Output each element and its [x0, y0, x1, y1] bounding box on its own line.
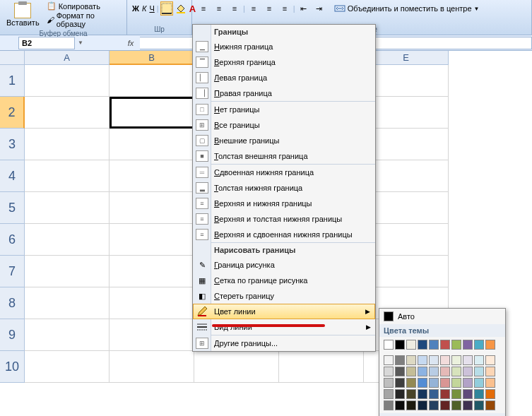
color-swatch[interactable]: [463, 378, 473, 388]
color-swatch[interactable]: [485, 400, 495, 410]
row-header[interactable]: 3: [0, 129, 25, 160]
row-header[interactable]: 9: [0, 319, 25, 351]
row-header[interactable]: 6: [0, 224, 25, 256]
color-swatch[interactable]: [451, 340, 461, 350]
cell[interactable]: [279, 351, 364, 383]
borders-dropdown-button[interactable]: [160, 1, 173, 16]
cell[interactable]: [110, 224, 194, 256]
cell[interactable]: [110, 65, 194, 97]
color-swatch[interactable]: [440, 367, 450, 376]
color-swatch[interactable]: [418, 340, 427, 350]
color-swatch[interactable]: [418, 400, 427, 410]
border-menu-item[interactable]: ▔Верхняя граница: [193, 54, 375, 70]
color-swatch[interactable]: [474, 400, 484, 410]
cell[interactable]: [194, 351, 279, 383]
color-swatch[interactable]: [429, 400, 439, 410]
cell[interactable]: [364, 65, 449, 97]
color-swatch[interactable]: [485, 378, 495, 388]
color-swatch[interactable]: [440, 400, 450, 410]
border-menu-item[interactable]: ═Сдвоенная нижняя граница: [193, 165, 375, 180]
color-swatch[interactable]: [384, 400, 394, 410]
border-menu-item[interactable]: ≡Верхняя и сдвоенная нижняя границы: [193, 227, 375, 242]
cell[interactable]: [364, 129, 449, 160]
color-swatch[interactable]: [485, 340, 495, 350]
cell[interactable]: [25, 256, 110, 287]
cell[interactable]: [110, 97, 194, 129]
line-color-menu-item[interactable]: Цвет линии ▶: [193, 304, 375, 319]
color-swatch[interactable]: [474, 340, 484, 350]
color-swatch[interactable]: [395, 340, 405, 350]
row-header[interactable]: 2: [0, 97, 25, 129]
border-menu-item[interactable]: □Нет границы: [193, 102, 375, 117]
color-swatch[interactable]: [429, 355, 439, 365]
row-header[interactable]: 10: [0, 351, 25, 383]
color-swatch[interactable]: [463, 389, 473, 399]
color-swatch[interactable]: [384, 355, 394, 365]
color-swatch[interactable]: [485, 355, 495, 365]
draw-menu-item[interactable]: ✎Граница рисунка: [193, 257, 375, 273]
fx-icon[interactable]: fx: [124, 37, 137, 49]
row-header[interactable]: 8: [0, 287, 25, 319]
border-menu-item[interactable]: ▕Правая граница: [193, 85, 375, 101]
cell[interactable]: [25, 351, 110, 383]
border-menu-item[interactable]: ▂Толстая нижняя граница: [193, 180, 375, 196]
cell[interactable]: [25, 319, 110, 351]
color-swatch[interactable]: [463, 400, 473, 410]
underline-button[interactable]: Ч: [148, 1, 155, 16]
indent-inc-button[interactable]: ⇥: [312, 1, 326, 16]
cell[interactable]: [110, 256, 194, 287]
align-center-button[interactable]: ≡: [262, 1, 276, 16]
color-swatch[interactable]: [429, 378, 439, 388]
align-right-button[interactable]: ≡: [278, 1, 292, 16]
color-swatch[interactable]: [429, 340, 439, 350]
align-middle-button[interactable]: ≡: [212, 1, 226, 16]
cell[interactable]: [25, 65, 110, 97]
border-menu-item[interactable]: ■Толстая внешняя граница: [193, 148, 375, 164]
border-menu-item[interactable]: ≡Верхняя и нижняя границы: [193, 196, 375, 211]
color-swatch[interactable]: [395, 355, 405, 365]
color-swatch[interactable]: [485, 367, 495, 376]
color-swatch[interactable]: [406, 389, 416, 399]
name-box[interactable]: [18, 37, 75, 49]
cell[interactable]: [110, 192, 194, 224]
fill-color-button[interactable]: [175, 1, 187, 16]
color-swatch[interactable]: [451, 400, 461, 410]
auto-color-item[interactable]: Авто: [379, 309, 505, 324]
select-all-corner[interactable]: [0, 51, 25, 65]
color-swatch[interactable]: [406, 340, 416, 350]
cell[interactable]: [364, 224, 449, 256]
color-swatch[interactable]: [440, 378, 450, 388]
color-swatch[interactable]: [406, 378, 416, 388]
cell[interactable]: [364, 97, 449, 129]
cell[interactable]: [25, 192, 110, 224]
other-borders-menu-item[interactable]: ⊞ Другие границы...: [193, 335, 375, 351]
cell[interactable]: [25, 224, 110, 256]
color-swatch[interactable]: [440, 389, 450, 399]
cell[interactable]: [110, 351, 194, 383]
color-swatch[interactable]: [474, 355, 484, 365]
cell[interactable]: [364, 160, 449, 192]
draw-menu-item[interactable]: ◧Стереть границу: [193, 288, 375, 304]
color-swatch[interactable]: [451, 367, 461, 376]
merge-center-button[interactable]: Объединить и поместить в центре ▼: [332, 3, 482, 14]
color-swatch[interactable]: [418, 367, 427, 376]
border-menu-item[interactable]: ⊞Все границы: [193, 117, 375, 133]
color-swatch[interactable]: [384, 389, 394, 399]
color-swatch[interactable]: [395, 400, 405, 410]
cell[interactable]: [364, 256, 449, 287]
color-swatch[interactable]: [418, 355, 427, 365]
color-swatch[interactable]: [474, 367, 484, 376]
copy-button[interactable]: 📋 Копировать: [45, 1, 122, 11]
color-swatch[interactable]: [384, 378, 394, 388]
format-painter-button[interactable]: 🖌 Формат по образцу: [45, 11, 122, 28]
color-swatch[interactable]: [406, 367, 416, 376]
draw-menu-item[interactable]: ▦Сетка по границе рисунка: [193, 273, 375, 288]
color-swatch[interactable]: [463, 355, 473, 365]
color-swatch[interactable]: [429, 367, 439, 376]
italic-button[interactable]: К: [141, 1, 147, 16]
color-swatch[interactable]: [418, 389, 427, 399]
color-swatch[interactable]: [384, 367, 394, 376]
cell[interactable]: [25, 97, 110, 129]
row-header[interactable]: 5: [0, 192, 25, 224]
color-swatch[interactable]: [406, 400, 416, 410]
